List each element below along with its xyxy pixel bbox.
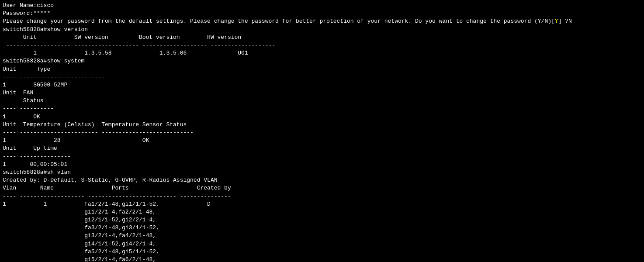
vlan-row1-g: fa5/2/1-48,gi5/1/1-52, <box>3 248 641 256</box>
show-system-cmd: switch58828a#show system <box>3 57 641 65</box>
sh-vlan-cmd: switch58828a#sh vlan <box>3 169 641 176</box>
table3-sep: ---- ---------- <box>3 105 641 113</box>
vlan-row1-b: gi1/2/1-4,fa2/2/1-48, <box>3 208 641 216</box>
table3-row1: 1 OK <box>3 113 641 121</box>
show-version-cmd: switch58828a#show version <box>3 26 641 34</box>
vlan-row1-h: gi5/2/1-4,fa6/2/1-48, <box>3 256 641 262</box>
table2-header: Unit Type <box>3 66 641 73</box>
vlan-row1-a: 1 1 fa1/2/1-48,gi1/1/1-52, D <box>3 200 641 208</box>
table3-header2: Status <box>3 97 641 105</box>
vlan-row1-f: gi4/1/1-52,gi4/2/1-4, <box>3 240 641 248</box>
vlan-row1-c: gi2/1/1-52,gi2/2/1-4, <box>3 216 641 224</box>
table4-sep: ---- ----------------------- -----------… <box>3 129 641 137</box>
vlan-sep: ---- ------------------- ---------------… <box>3 193 641 200</box>
table3-header: Unit FAN <box>3 89 641 97</box>
vlan-row1-d: fa3/2/1-48,gi3/1/1-52, <box>3 224 641 232</box>
table2-row1: 1 SG500-52MP <box>3 81 641 89</box>
table4-row1: 1 28 OK <box>3 137 641 145</box>
created-by-note: Created by: D-Default, S-Static, G-GVRP,… <box>3 176 641 184</box>
password: Password:***** <box>3 10 641 17</box>
password-warning: Please change your password from the def… <box>3 17 641 25</box>
table4-header: Unit Temperature (Celsius) Temperature S… <box>3 121 641 129</box>
table1-sep: ------------------- ------------------- … <box>3 41 641 49</box>
table2-sep: ---- ------------------------- <box>3 73 641 81</box>
terminal-window: User Name:ciscoPassword:*****Please chan… <box>0 0 644 262</box>
user-name: User Name:cisco <box>3 2 641 10</box>
table1-row1: 1 1.3.5.58 1.3.5.06 U01 <box>3 49 641 57</box>
table1-header: Unit SW version Boot version HW version <box>3 34 641 41</box>
table5-row1: 1 00,00:05:01 <box>3 161 641 169</box>
vlan-row1-e: gi3/2/1-4,fa4/2/1-48, <box>3 232 641 240</box>
table5-header: Unit Up time <box>3 145 641 152</box>
table5-sep: ---- --------------- <box>3 153 641 161</box>
vlan-header: Vlan Name Ports Created by <box>3 184 641 192</box>
